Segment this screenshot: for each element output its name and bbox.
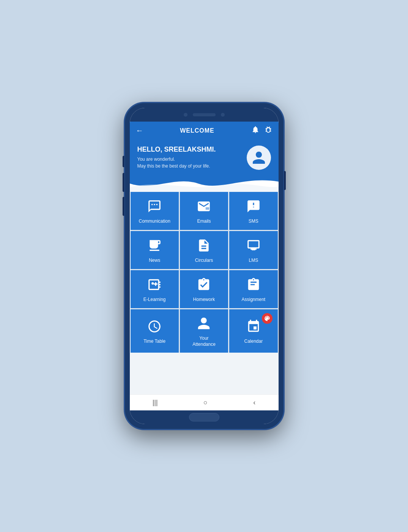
grid-item-lms[interactable]: LMS	[229, 231, 277, 269]
grid-item-assignment[interactable]: Assignment	[229, 270, 277, 308]
grid-item-news[interactable]: News	[131, 231, 179, 269]
svg-rect-8	[252, 250, 255, 250]
recent-apps-button[interactable]: |||	[148, 397, 162, 408]
svg-rect-7	[250, 249, 257, 250]
phone-bottom-bar	[130, 410, 279, 424]
app-grid: Communication Emails SMS SMS	[131, 192, 278, 353]
grid-item-sms[interactable]: SMS SMS	[229, 192, 277, 230]
header-right	[251, 125, 273, 136]
grid-scroll: Communication Emails SMS SMS	[130, 191, 279, 394]
attendance-icon	[197, 316, 211, 332]
grid-item-circulars[interactable]: Circulars	[180, 231, 228, 269]
volume-up-button	[123, 156, 124, 167]
grid-item-emails[interactable]: Emails	[180, 192, 228, 230]
header-left: ←	[136, 126, 143, 135]
avatar-icon	[251, 150, 266, 165]
camera-dot	[184, 113, 187, 117]
bug-icon[interactable]	[264, 125, 273, 136]
svg-rect-6	[249, 241, 258, 247]
calendar-label: Calendar	[244, 339, 263, 345]
palette-icon	[264, 315, 271, 322]
circulars-icon	[197, 238, 211, 255]
svg-rect-2	[150, 241, 156, 242]
physical-home-button[interactable]	[189, 413, 219, 421]
elearning-label: E-Learning	[143, 297, 166, 303]
grid-item-attendance[interactable]: YourAttendance	[180, 309, 228, 353]
homework-label: Homework	[193, 297, 215, 303]
welcome-text: HELLO, SREELAKSHMI. You are wonderful. M…	[137, 146, 216, 169]
grid-item-homework[interactable]: Homework	[180, 270, 228, 308]
grid-item-elearning[interactable]: E-Learning	[131, 270, 179, 308]
avatar	[247, 146, 271, 170]
emails-label: Emails	[197, 218, 211, 225]
news-icon	[147, 238, 162, 255]
communication-label: Communication	[139, 218, 170, 225]
homework-icon	[197, 277, 211, 294]
calendar-icon	[246, 319, 261, 336]
app-header: ← WELCOME	[130, 122, 279, 139]
grid-item-calendar[interactable]: Calendar	[229, 309, 277, 353]
calendar-badge	[262, 313, 273, 324]
attendance-label: YourAttendance	[192, 336, 216, 347]
wave-decoration	[130, 172, 279, 191]
sms-icon: SMS	[246, 199, 261, 215]
assignment-label: Assignment	[241, 297, 265, 303]
back-button[interactable]: ←	[136, 126, 143, 135]
sensor-bar	[130, 108, 279, 122]
svg-text:SMS: SMS	[250, 205, 256, 208]
phone-frame: ← WELCOME HELLO, SREELAKSHMI.	[124, 103, 284, 429]
sensor-dot	[221, 113, 225, 117]
sms-label: SMS	[249, 218, 258, 225]
back-nav-button[interactable]: ‹	[249, 397, 260, 408]
sub-message: You are wonderful. May this be the best …	[137, 156, 216, 169]
circulars-label: Circulars	[195, 258, 213, 264]
timetable-icon	[147, 319, 162, 336]
grid-item-communication[interactable]: Communication	[131, 192, 179, 230]
svg-point-9	[151, 282, 154, 284]
lms-icon	[246, 238, 261, 255]
svg-rect-3	[150, 243, 156, 244]
speaker-bar	[193, 113, 216, 116]
bottom-nav: ||| ○ ‹	[130, 394, 279, 410]
communication-icon	[147, 199, 162, 215]
silent-switch	[123, 197, 124, 216]
elearning-icon	[147, 277, 162, 294]
home-button[interactable]: ○	[199, 397, 212, 408]
greeting-text: HELLO, SREELAKSHMI.	[137, 146, 216, 154]
volume-down-button	[123, 173, 124, 192]
notification-bell-icon[interactable]	[251, 125, 260, 136]
phone-screen: ← WELCOME HELLO, SREELAKSHMI.	[130, 108, 279, 424]
emails-icon	[197, 199, 211, 215]
lms-label: LMS	[249, 258, 258, 264]
timetable-label: Time Table	[143, 339, 165, 345]
power-button	[284, 171, 286, 190]
svg-rect-4	[150, 244, 154, 245]
header-title: WELCOME	[143, 127, 251, 134]
news-label: News	[149, 258, 160, 264]
assignment-icon	[246, 277, 261, 294]
grid-item-timetable[interactable]: Time Table	[131, 309, 179, 353]
